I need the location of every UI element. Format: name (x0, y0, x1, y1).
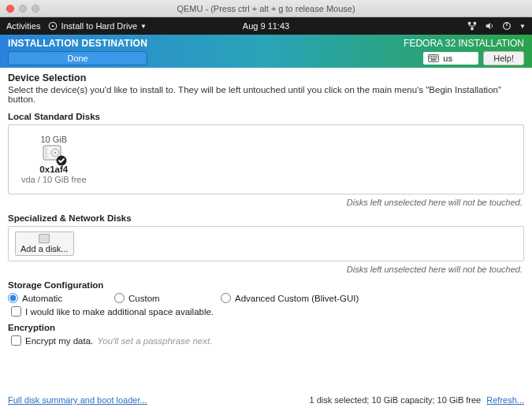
svg-rect-14 (431, 57, 432, 58)
reclaim-space-checkbox[interactable]: I would like to make additional space av… (11, 306, 524, 317)
encrypt-hint: You'll set a passphrase next. (97, 336, 212, 346)
radio-custom-label: Custom (128, 294, 160, 303)
svg-rect-20 (45, 147, 47, 158)
svg-rect-10 (433, 55, 433, 56)
product-label: FEDORA 32 INSTALLATION (404, 38, 524, 49)
storage-config-label: Storage Configuration (8, 280, 524, 290)
system-status-area[interactable]: ▼ (467, 21, 526, 31)
svg-rect-3 (474, 22, 476, 24)
radio-automatic[interactable]: Automatic (8, 293, 114, 303)
installer-icon (48, 21, 58, 31)
keyboard-layout-label: us (443, 54, 452, 63)
svg-rect-18 (431, 59, 437, 60)
encrypt-checkbox[interactable]: Encrypt my data. You'll set a passphrase… (11, 335, 524, 346)
svg-rect-16 (435, 57, 436, 58)
disk-item-vda[interactable]: 10 GiB 0x1af4 vda / 10 GiB free (17, 133, 91, 186)
add-disk-button[interactable]: Add a disk... (15, 231, 74, 256)
full-disk-summary-link[interactable]: Full disk summary and boot loader... (8, 395, 147, 405)
svg-point-22 (54, 152, 56, 154)
app-menu[interactable]: Install to Hard Drive ▼ (48, 21, 147, 31)
footer-right: 1 disk selected; 10 GiB capacity; 10 GiB… (310, 395, 524, 405)
check-icon (56, 155, 67, 166)
svg-rect-13 (430, 57, 430, 58)
network-disks-label: Specialized & Network Disks (8, 213, 524, 223)
disk-icon-wrap (43, 145, 65, 164)
svg-rect-4 (471, 28, 473, 30)
chevron-down-icon: ▼ (140, 23, 147, 30)
encrypt-label: Encrypt my data. (25, 336, 93, 346)
page-title: INSTALLATION DESTINATION (8, 38, 147, 49)
radio-custom-input[interactable] (114, 293, 125, 303)
disk-status: 1 disk selected; 10 GiB capacity; 10 GiB… (310, 395, 482, 405)
device-selection-caption: Select the device(s) you'd like to insta… (8, 85, 524, 104)
network-disks-note: Disks left unselected here will not be t… (8, 265, 523, 274)
svg-rect-12 (437, 55, 437, 56)
add-disk-label: Add a disk... (20, 244, 69, 254)
gnome-top-bar: Activities Install to Hard Drive ▼ Aug 9… (0, 17, 532, 35)
local-disks-note: Disks left unselected here will not be t… (8, 198, 523, 207)
done-button[interactable]: Done (8, 51, 147, 65)
help-button[interactable]: Help! (483, 51, 524, 65)
anaconda-header: INSTALLATION DESTINATION Done FEDORA 32 … (0, 35, 532, 68)
local-disks-label: Local Standard Disks (8, 112, 524, 121)
svg-rect-11 (435, 55, 436, 56)
svg-rect-17 (437, 57, 437, 58)
disk-sublabel: vda / 10 GiB free (21, 175, 87, 184)
radio-automatic-label: Automatic (22, 294, 62, 303)
keyboard-layout-indicator[interactable]: us (423, 52, 478, 65)
macos-titlebar: QEMU - (Press ctrl + alt + g to release … (0, 0, 532, 17)
svg-rect-2 (468, 22, 471, 24)
svg-rect-9 (431, 55, 432, 56)
main-content: Device Selection Select the device(s) yo… (0, 68, 532, 392)
activities-button[interactable]: Activities (6, 21, 40, 31)
disk-size: 10 GiB (40, 135, 67, 144)
power-icon (502, 21, 512, 31)
disk-icon (39, 234, 50, 243)
refresh-link[interactable]: Refresh... (486, 395, 524, 405)
local-disks-frame: 10 GiB 0x1af4 vda / 10 GiB free (8, 124, 524, 194)
app-menu-label: Install to Hard Drive (61, 21, 137, 31)
network-icon (467, 21, 477, 31)
device-selection-heading: Device Selection (8, 72, 524, 83)
volume-icon (485, 21, 494, 31)
network-disks-frame: Add a disk... (8, 226, 524, 261)
encryption-label: Encryption (8, 323, 524, 332)
radio-custom[interactable]: Custom (114, 293, 221, 303)
radio-advanced-label: Advanced Custom (Blivet-GUI) (235, 294, 359, 303)
window-title: QEMU - (Press ctrl + alt + g to release … (0, 4, 532, 13)
radio-automatic-input[interactable] (8, 293, 18, 303)
reclaim-space-label: I would like to make additional space av… (25, 307, 214, 317)
keyboard-icon (428, 54, 439, 62)
radio-advanced[interactable]: Advanced Custom (Blivet-GUI) (221, 293, 363, 303)
svg-rect-8 (430, 55, 430, 56)
svg-point-1 (52, 25, 54, 28)
svg-rect-15 (433, 57, 433, 58)
footer: Full disk summary and boot loader... 1 d… (0, 392, 532, 411)
reclaim-space-input[interactable] (11, 306, 21, 317)
radio-advanced-input[interactable] (221, 293, 231, 303)
storage-config-options: Automatic Custom Advanced Custom (Blivet… (8, 293, 524, 303)
encrypt-input[interactable] (11, 335, 21, 346)
chevron-down-icon: ▼ (519, 23, 526, 30)
